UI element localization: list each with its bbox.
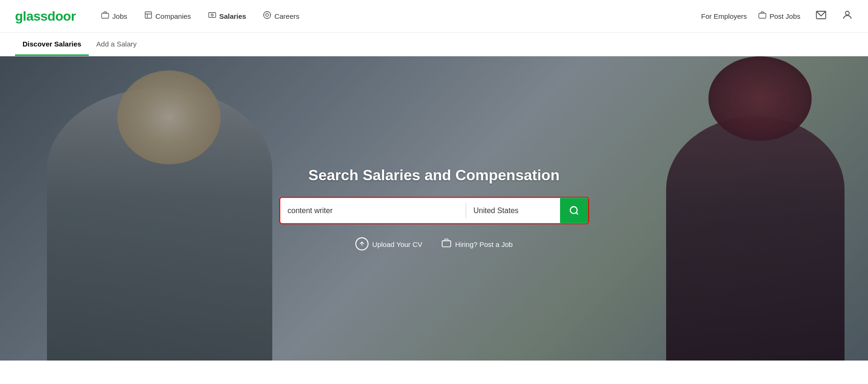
add-salary-label: Add a Salary xyxy=(96,40,137,48)
profile-icon[interactable] xyxy=(842,9,853,23)
careers-icon xyxy=(263,11,271,22)
nav-salaries-label: Salaries xyxy=(219,12,246,20)
messages-icon[interactable] xyxy=(815,9,827,23)
bag-icon xyxy=(441,238,452,250)
nav-jobs-label: Jobs xyxy=(112,12,127,20)
svg-point-4 xyxy=(264,12,271,19)
upload-cv-label: Upload Your CV xyxy=(372,240,422,248)
nav-item-salaries[interactable]: Salaries xyxy=(201,7,253,25)
hero-actions: Upload Your CV Hiring? Post a Job xyxy=(279,238,589,251)
nav-item-jobs[interactable]: Jobs xyxy=(94,7,134,25)
nav-item-careers[interactable]: Careers xyxy=(256,7,306,25)
for-employers-link[interactable]: For Employers xyxy=(701,12,747,20)
hero-title: Search Salaries and Compensation xyxy=(279,167,589,184)
nav-left: Jobs Companies Salaries Careers xyxy=(94,7,701,25)
nav-companies-label: Companies xyxy=(155,12,191,20)
search-location-input[interactable] xyxy=(466,207,560,215)
svg-point-9 xyxy=(570,207,577,214)
post-job-link[interactable]: Hiring? Post a Job xyxy=(441,238,513,250)
svg-point-8 xyxy=(845,11,849,15)
subnav: Discover Salaries Add a Salary xyxy=(0,33,868,56)
subnav-add-salary[interactable]: Add a Salary xyxy=(89,33,144,56)
salaries-icon xyxy=(208,11,216,22)
upload-cv-link[interactable]: Upload Your CV xyxy=(355,238,422,251)
svg-line-10 xyxy=(576,213,578,215)
svg-rect-12 xyxy=(442,240,450,246)
nav-careers-label: Careers xyxy=(274,12,299,20)
search-box xyxy=(279,197,589,224)
svg-point-5 xyxy=(266,14,269,16)
svg-rect-6 xyxy=(759,13,766,18)
logo[interactable]: glassdoor xyxy=(15,9,76,24)
search-job-input[interactable] xyxy=(280,207,466,215)
companies-icon xyxy=(144,11,153,22)
svg-point-3 xyxy=(211,14,214,16)
header: glassdoor Jobs Companies Salaries xyxy=(0,0,868,33)
subnav-discover-salaries[interactable]: Discover Salaries xyxy=(15,33,89,56)
nav-item-companies[interactable]: Companies xyxy=(138,7,198,25)
for-employers-label: For Employers xyxy=(701,12,747,20)
post-jobs-link[interactable]: Post Jobs xyxy=(758,11,800,22)
search-button[interactable] xyxy=(560,198,588,223)
upload-icon xyxy=(355,238,369,251)
search-container: Search Salaries and Compensation Upload … xyxy=(279,167,589,251)
svg-rect-2 xyxy=(208,13,215,18)
nav-right: For Employers Post Jobs xyxy=(701,9,853,23)
svg-rect-1 xyxy=(145,12,152,18)
post-jobs-label: Post Jobs xyxy=(769,12,800,20)
post-jobs-icon xyxy=(758,11,767,22)
hero-section: Search Salaries and Compensation Upload … xyxy=(0,56,868,361)
post-job-label: Hiring? Post a Job xyxy=(455,240,513,248)
discover-salaries-label: Discover Salaries xyxy=(23,40,81,48)
jobs-icon xyxy=(101,11,109,22)
svg-rect-0 xyxy=(102,13,109,18)
